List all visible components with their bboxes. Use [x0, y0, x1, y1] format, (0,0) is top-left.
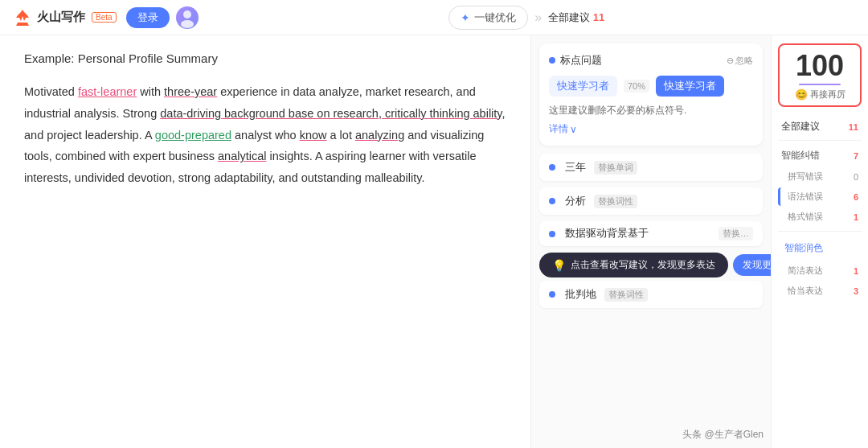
login-button[interactable]: 登录	[126, 7, 170, 28]
suggestion-card-punctuation: 标点问题 ⊖ 忽略 快速学习者 70% 快速学习者 这里建议删除不必要的标点符号…	[539, 43, 763, 146]
document-title: Example: Personal Profile Summary	[24, 51, 506, 65]
suggestion-panel: 标点问题 ⊖ 忽略 快速学习者 70% 快速学习者 这里建议删除不必要的标点符号…	[530, 35, 772, 448]
highlight-analytical: analytical	[218, 150, 266, 162]
nav-center: ✦ 一键优化 » 全部建议 11	[199, 6, 855, 30]
score-line	[799, 84, 841, 85]
word-compare: 快速学习者 70% 快速学习者	[549, 76, 753, 97]
card-dot-icon	[549, 164, 555, 171]
spelling-error-item[interactable]: 拼写错误 0	[778, 167, 862, 186]
card-dot-icon	[549, 57, 555, 64]
card-detail-button[interactable]: 详情 ∨	[549, 122, 753, 136]
tooltip-banner: 💡 点击查看改写建议，发现更多表达	[539, 253, 728, 277]
format-error-item[interactable]: 格式错误 1	[778, 208, 862, 226]
svg-point-0	[183, 10, 191, 18]
score-label: 😊 再接再厉	[784, 88, 855, 101]
card-description: 这里建议删除不必要的标点符号.	[549, 103, 753, 117]
grammar-error-item[interactable]: 语法错误 6	[778, 187, 862, 206]
proper-expression-item[interactable]: 恰当表达 3	[778, 282, 862, 300]
editor-area: Example: Personal Profile Summary Motiva…	[0, 35, 530, 448]
card-dot-icon	[549, 198, 555, 204]
highlight-data-driving: data-driving background base on research…	[160, 107, 502, 120]
nav-divider: »	[534, 10, 542, 25]
highlight-three-year: three-year	[164, 85, 217, 98]
score-number: 100	[784, 51, 855, 80]
divider1	[778, 140, 862, 141]
suggestion-card-critical[interactable]: 批判地 替换词性	[539, 281, 763, 308]
beta-badge: Beta	[92, 12, 117, 23]
card-header: 标点问题 ⊖ 忽略	[549, 53, 753, 68]
word-suggestion-button[interactable]: 快速学习者	[656, 76, 724, 97]
suggestion-card-analysis[interactable]: 分析 替换词性	[539, 187, 763, 215]
divider2	[778, 231, 862, 232]
star-icon: ✦	[461, 11, 470, 24]
score-emoji: 😊	[795, 88, 808, 101]
suggestion-card-three-year[interactable]: 三年 替换单词	[539, 154, 763, 181]
concise-expression-item[interactable]: 简洁表达 1	[778, 261, 862, 280]
right-panel: 100 😊 再接再厉 全部建议 11 智能纠错 7 拼写错误 0 语法错误 6 …	[772, 35, 868, 448]
word-original: 快速学习者	[549, 76, 617, 97]
card-dot-icon	[549, 291, 555, 298]
ignore-button[interactable]: ⊖ 忽略	[727, 55, 753, 67]
score-box: 100 😊 再接再厉	[778, 43, 862, 107]
card-title: 标点问题	[549, 53, 602, 68]
watermark: 头条 @生产者Glen	[682, 428, 764, 442]
highlight-good-prepared: good-prepared	[155, 129, 231, 142]
smart-style-item[interactable]: 智能润色	[778, 236, 862, 260]
all-suggestions-title: 全部建议 11	[778, 117, 862, 135]
tooltip-area: 💡 点击查看改写建议，发现更多表达 发现更多表达 2	[539, 253, 763, 277]
highlight-fast-learner: fast-learner	[78, 85, 137, 98]
optimize-button[interactable]: ✦ 一键优化	[448, 6, 528, 30]
highlight-know: know	[300, 129, 327, 142]
document-content: Motivated fast-learner with three-year e…	[24, 81, 506, 189]
svg-point-1	[181, 20, 194, 28]
avatar	[176, 6, 199, 29]
highlight-analyzing: analyzing	[355, 129, 404, 142]
logo-icon	[13, 8, 32, 27]
suggestion-card-data-driven[interactable]: 数据驱动背景基于 替换…	[539, 221, 763, 246]
main-layout: Example: Personal Profile Summary Motiva…	[0, 35, 868, 448]
bulb-icon: 💡	[552, 259, 566, 272]
suggestions-label: 全部建议 11	[548, 10, 604, 25]
card-dot-icon	[549, 231, 555, 237]
discover-button[interactable]: 发现更多表达 2	[733, 254, 772, 276]
word-score: 70%	[624, 80, 649, 92]
top-navigation: 火山写作 Beta 登录 ✦ 一键优化 » 全部建议 11	[0, 0, 868, 35]
logo-text: 火山写作	[37, 10, 85, 25]
smart-correction-item[interactable]: 智能纠错 7	[778, 146, 862, 166]
logo-area: 火山写作 Beta	[13, 8, 117, 27]
